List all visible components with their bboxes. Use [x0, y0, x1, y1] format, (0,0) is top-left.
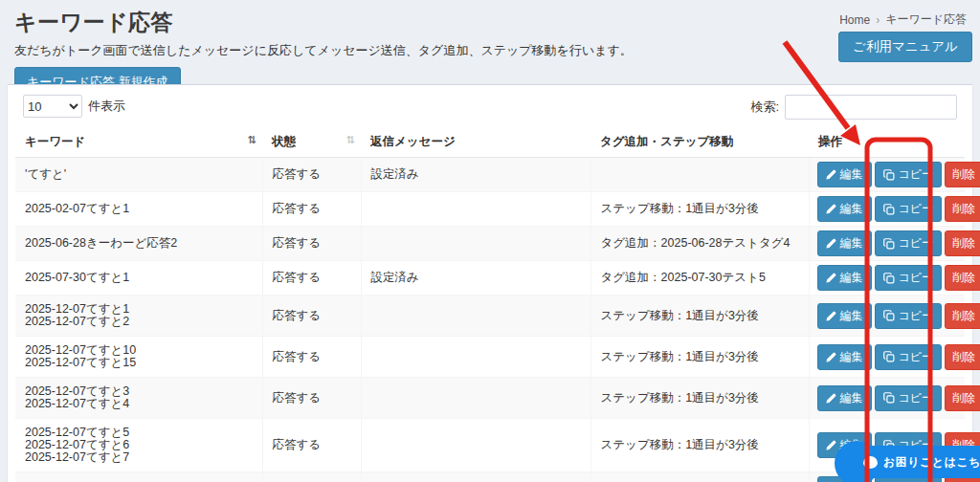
- keyword-text: 2025-12-07てすと6: [25, 439, 253, 451]
- keyword-cell: 2025-12-07てすと102025-12-07てすと15: [15, 337, 262, 378]
- column-header-actions: 操作: [809, 127, 965, 158]
- table-row: 'てすと'応答する設定済み編集コピー削除: [15, 158, 965, 192]
- keyword-response-table: キーワード ⇅ 状態 ⇅ 返信メッセージ タグ追加・ステップ移動 操作: [15, 127, 965, 482]
- delete-button[interactable]: 削除: [945, 230, 980, 256]
- copy-button[interactable]: コピー: [875, 303, 943, 329]
- chat-label: お困りごとはこちら: [883, 454, 980, 471]
- button-label: 削除: [952, 235, 975, 252]
- actions-cell: 編集コピー削除: [809, 296, 965, 337]
- page-length-select[interactable]: 10: [23, 95, 82, 118]
- page-description: 友だちがトーク画面で送信したメッセージに反応してメッセージ送信、タグ追加、ステッ…: [14, 42, 966, 59]
- keyword-cell: あああ: [15, 472, 262, 482]
- button-label: コピー: [899, 235, 934, 252]
- keyword-text: 2025-12-07てすと1: [25, 303, 253, 316]
- delete-button[interactable]: 削除: [945, 344, 980, 370]
- button-label: コピー: [899, 201, 934, 217]
- status-cell: 応答する: [262, 227, 361, 261]
- actions-cell: 編集コピー削除: [809, 227, 965, 261]
- copy-button[interactable]: コピー: [875, 230, 943, 256]
- actions-cell: 編集コピー削除: [809, 158, 965, 192]
- status-cell: 応答する: [262, 158, 361, 192]
- button-label: 削除: [952, 349, 975, 365]
- reply-message-cell: [361, 378, 590, 419]
- edit-button[interactable]: 編集: [817, 385, 872, 411]
- column-header-keyword[interactable]: キーワード ⇅: [15, 127, 262, 158]
- copy-button[interactable]: コピー: [875, 385, 943, 411]
- status-cell: 応答する: [262, 419, 361, 472]
- chat-pill[interactable]: お困りごとはこちら: [852, 446, 980, 478]
- tag-step-cell: ステップ移動：1通目が3分後: [590, 192, 809, 227]
- manual-button[interactable]: ご利用マニュアル: [838, 32, 972, 62]
- speech-bubble-icon: [863, 456, 878, 469]
- edit-button[interactable]: 編集: [817, 230, 872, 256]
- table-row: 2025-12-07てすと12025-12-07てすと2応答するステップ移動：1…: [15, 296, 965, 337]
- sort-icon[interactable]: ⇅: [248, 134, 256, 146]
- button-label: 削除: [952, 270, 975, 286]
- tag-step-cell: ステップ移動：1通目が3分後: [590, 296, 809, 337]
- breadcrumb-home-link[interactable]: Home: [839, 13, 870, 27]
- status-cell: 応答する: [262, 192, 361, 227]
- edit-button[interactable]: 編集: [817, 265, 872, 291]
- content-header: キーワード応答 友だちがトーク画面で送信したメッセージに反応してメッセージ送信、…: [0, 0, 980, 84]
- keyword-cell: 2025-12-07てすと52025-12-07てすと62025-12-07てす…: [15, 419, 262, 472]
- table-row: 2025-12-07てすと52025-12-07てすと62025-12-07てす…: [15, 419, 965, 472]
- button-label: 編集: [840, 270, 863, 286]
- status-cell: 応答する: [262, 261, 361, 296]
- copy-icon: [883, 169, 895, 181]
- delete-button[interactable]: 削除: [945, 162, 980, 187]
- keyword-text: 2025-12-07てすと2: [25, 316, 253, 328]
- copy-button[interactable]: コピー: [875, 344, 943, 370]
- column-header-tag-step: タグ追加・ステップ移動: [590, 127, 809, 158]
- pencil-icon: [826, 238, 836, 249]
- pencil-icon: [826, 440, 836, 450]
- button-label: 編集: [840, 166, 863, 183]
- table-row: 2025-02-07てすと1応答するステップ移動：1通目が3分後編集コピー削除: [15, 192, 965, 227]
- edit-button[interactable]: 編集: [817, 162, 872, 187]
- edit-button[interactable]: 編集: [817, 303, 872, 329]
- status-cell: 応答する: [262, 472, 361, 482]
- keyword-cell: 2025-02-07てすと1: [15, 192, 262, 227]
- keyword-cell: 2025-12-07てすと32025-12-07てすと4: [15, 378, 262, 419]
- pencil-icon: [826, 352, 836, 362]
- search-input[interactable]: [785, 95, 957, 120]
- reply-message-cell: [361, 337, 590, 378]
- reply-message-cell: [361, 227, 590, 261]
- edit-button[interactable]: 編集: [817, 196, 872, 222]
- reply-message-cell: [361, 472, 590, 482]
- button-label: 編集: [840, 201, 863, 217]
- tag-step-cell: ステップ移動：1通目が3分後: [590, 337, 809, 378]
- sort-icon[interactable]: ⇅: [346, 134, 355, 146]
- delete-button[interactable]: 削除: [945, 265, 980, 291]
- copy-button[interactable]: コピー: [875, 162, 943, 187]
- copy-button[interactable]: コピー: [875, 265, 943, 291]
- keyword-text: 2025-12-07てすと10: [25, 344, 253, 357]
- pencil-icon: [826, 311, 836, 321]
- table-row: 2025-06-28きーわーど応答2応答するタグ追加：2025-06-28テスト…: [15, 227, 965, 261]
- breadcrumb-separator: ›: [876, 13, 880, 27]
- keyword-cell: 2025-06-28きーわーど応答2: [15, 227, 262, 261]
- column-header-status[interactable]: 状態 ⇅: [262, 127, 361, 158]
- button-label: 編集: [840, 390, 863, 406]
- button-label: コピー: [899, 349, 934, 365]
- copy-icon: [883, 392, 895, 404]
- column-header-reply-message: 返信メッセージ: [361, 127, 590, 158]
- button-label: 削除: [952, 390, 975, 406]
- delete-button[interactable]: 削除: [945, 196, 980, 222]
- delete-button[interactable]: 削除: [945, 385, 980, 411]
- tag-step-cell: ステップ移動：1通目が3分後: [590, 419, 809, 472]
- keyword-text: 2025-12-07てすと5: [25, 427, 253, 439]
- button-label: コピー: [899, 390, 934, 406]
- edit-button[interactable]: 編集: [817, 344, 872, 370]
- copy-button[interactable]: コピー: [875, 196, 943, 222]
- reply-message-cell: 設定済み: [361, 261, 590, 296]
- tag-step-cell: [590, 158, 809, 192]
- keyword-text: 2025-02-07てすと1: [25, 203, 253, 215]
- button-label: 編集: [840, 235, 863, 252]
- button-label: 削除: [952, 166, 975, 183]
- actions-cell: 編集コピー削除: [809, 337, 965, 378]
- copy-icon: [883, 351, 895, 362]
- copy-icon: [883, 204, 895, 215]
- actions-cell: 編集コピー削除: [809, 378, 965, 419]
- keyword-text: 2025-12-07てすと7: [25, 451, 253, 464]
- delete-button[interactable]: 削除: [945, 303, 980, 329]
